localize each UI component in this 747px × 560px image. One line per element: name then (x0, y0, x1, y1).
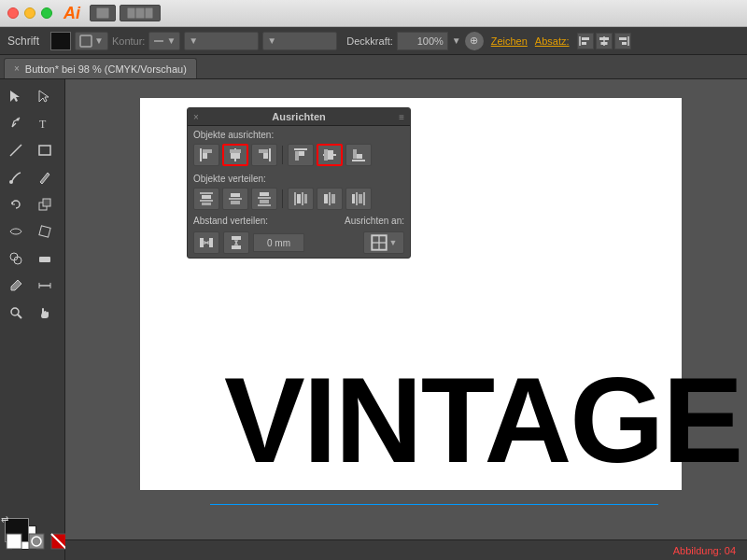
hand-tool[interactable] (31, 300, 59, 326)
tabbar: × Button* bei 98 % (CMYK/Vorschau) (0, 55, 747, 79)
svg-rect-70 (324, 194, 328, 203)
absatz-label[interactable]: Absatz: (535, 35, 570, 47)
tab-close-icon[interactable]: × (14, 63, 20, 74)
section-an-label: Ausrichten an: (345, 216, 404, 226)
svg-rect-82 (232, 245, 241, 249)
app-icon: Ai (63, 4, 80, 23)
pathfinder-tool[interactable] (2, 245, 30, 272)
ausrichten-an-btn[interactable]: ▼ (363, 231, 404, 254)
svg-rect-11 (600, 42, 607, 45)
spacing-horiz-btn[interactable] (193, 231, 219, 254)
svg-rect-59 (231, 193, 240, 197)
normal-mode-btn[interactable] (5, 532, 23, 551)
distrib-left-btn[interactable] (288, 188, 314, 210)
svg-rect-21 (43, 199, 50, 206)
kontur-type-btn[interactable]: ▼ (148, 32, 180, 50)
svg-rect-72 (352, 194, 355, 203)
svg-text:T: T (39, 118, 47, 131)
canvas-area: VINTAGE × Ausrichten ≡ Objekte ausrichte… (65, 79, 747, 560)
statusbar: Abbildung: 04 (65, 539, 747, 560)
line-tool[interactable] (2, 137, 30, 163)
title-box2 (120, 5, 161, 21)
svg-rect-41 (230, 149, 241, 153)
panel-close-icon[interactable]: × (193, 112, 199, 122)
panel-divider1 (282, 146, 283, 164)
measure-tool[interactable] (31, 273, 59, 299)
globe-btn[interactable]: ⊕ (465, 32, 484, 50)
align-center-icon-btn[interactable] (596, 33, 613, 49)
deckkraft-input[interactable]: 100% (397, 32, 448, 50)
menubar: Schrift ▼ Kontur: ▼ ▼ ▼ Deckkraft: 100% … (0, 27, 747, 55)
svg-rect-13 (619, 37, 627, 40)
close-button[interactable] (7, 7, 19, 19)
svg-rect-31 (7, 534, 21, 549)
rotate-tool[interactable] (2, 191, 30, 217)
pen-tool[interactable] (2, 110, 30, 136)
align-right-edge-btn[interactable] (251, 144, 277, 166)
warp-tool[interactable] (2, 218, 30, 245)
kontur-value-btn[interactable]: ▼ (184, 32, 259, 50)
svg-rect-0 (96, 7, 109, 19)
align-top-btn[interactable] (288, 144, 314, 166)
svg-rect-8 (582, 42, 586, 45)
svg-rect-68 (304, 194, 307, 203)
zeichen-label[interactable]: Zeichen (491, 35, 528, 47)
text-baseline (210, 504, 658, 505)
verteilen-row (188, 186, 410, 214)
panel-menu-icon[interactable]: ≡ (399, 112, 404, 122)
align-middle-h-btn[interactable] (317, 144, 343, 166)
deckkraft-label: Deckkraft: (346, 35, 393, 47)
spacing-input[interactable] (253, 233, 304, 252)
pencil-tool[interactable] (31, 164, 59, 190)
type-tool[interactable]: T (31, 110, 59, 136)
align-center-v-btn[interactable] (222, 144, 248, 166)
align-panel-header: × Ausrichten ≡ (188, 108, 410, 126)
deckkraft-arrow[interactable]: ▼ (452, 35, 461, 46)
font-label: Schrift (7, 35, 39, 48)
section-verteilen-label: Objekte verteilen: (188, 170, 410, 186)
distrib-right-btn[interactable] (345, 188, 372, 210)
distrib-center-h-btn[interactable] (222, 188, 248, 210)
svg-rect-38 (203, 149, 212, 153)
brush-tool[interactable] (2, 164, 30, 190)
ausrichten-row (188, 142, 410, 170)
svg-rect-4 (80, 35, 92, 47)
align-right-icon-btn[interactable] (614, 33, 631, 49)
eraser-tool[interactable] (31, 245, 59, 272)
svg-rect-50 (324, 149, 328, 161)
distrib-top-btn[interactable] (193, 188, 219, 210)
svg-rect-76 (200, 238, 204, 247)
minimize-button[interactable] (24, 7, 35, 19)
svg-rect-25 (39, 257, 50, 262)
svg-point-29 (11, 308, 19, 315)
quick-mask-btn[interactable] (27, 532, 46, 551)
swap-colors-icon[interactable]: ⇄ (1, 514, 8, 525)
select-tool[interactable] (2, 83, 30, 109)
distrib-center-v-btn[interactable] (317, 188, 343, 210)
distrib-bottom-btn[interactable] (251, 188, 277, 210)
svg-rect-71 (331, 194, 335, 203)
section-ausrichten-label: Objekte ausrichten: (188, 126, 410, 142)
kontur-value2-btn[interactable]: ▼ (262, 32, 337, 50)
rect-tool[interactable] (31, 137, 59, 163)
svg-rect-60 (231, 201, 240, 204)
stroke-btn[interactable]: ▼ (75, 32, 108, 50)
svg-point-19 (9, 180, 13, 184)
document-tab[interactable]: × Button* bei 98 % (CMYK/Vorschau) (4, 58, 197, 78)
svg-rect-7 (582, 37, 589, 40)
align-left-edge-btn[interactable] (193, 144, 219, 166)
svg-rect-66 (297, 194, 301, 203)
align-left-icon-btn[interactable] (577, 33, 594, 49)
zoom-tool[interactable] (2, 300, 30, 326)
spacing-vert-btn[interactable] (223, 231, 249, 254)
svg-rect-22 (39, 226, 50, 237)
scale-tool[interactable] (31, 191, 59, 217)
direct-select-tool[interactable] (31, 83, 59, 109)
align-bottom-btn[interactable] (345, 144, 372, 166)
svg-rect-10 (599, 37, 609, 40)
free-transform-tool[interactable] (31, 218, 59, 245)
color-swatch[interactable] (50, 32, 71, 50)
eyedropper-tool[interactable] (2, 273, 30, 299)
maximize-button[interactable] (41, 7, 52, 19)
svg-rect-57 (202, 203, 211, 205)
